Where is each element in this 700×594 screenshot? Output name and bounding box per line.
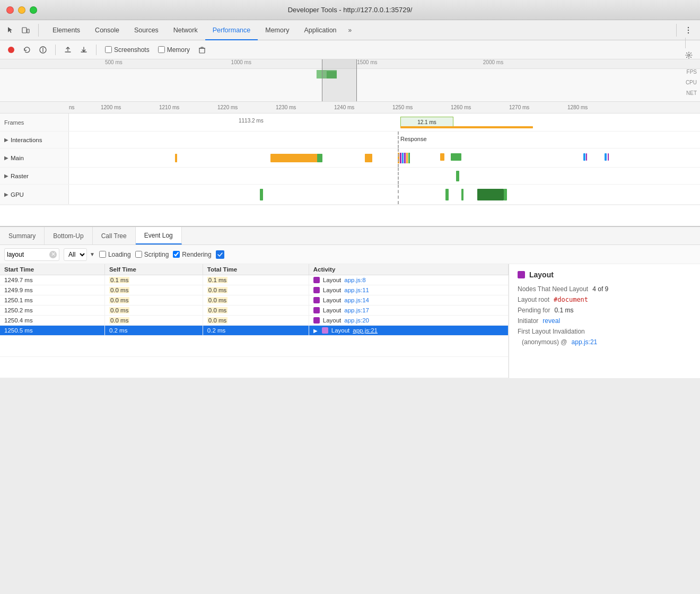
tab-sources[interactable]: Sources (127, 20, 166, 40)
gpu-label[interactable]: ▶ GPU (0, 185, 69, 204)
minimize-button[interactable] (18, 6, 25, 14)
tab-performance[interactable]: Performance (205, 20, 258, 40)
frame-time-label: 1113.2 ms (239, 118, 264, 124)
svg-point-4 (688, 32, 689, 33)
task-bar (365, 154, 372, 162)
loading-checkbox[interactable] (99, 251, 106, 258)
download-button[interactable] (77, 43, 91, 57)
interactions-label[interactable]: ▶ Interactions (0, 132, 69, 148)
tab-bar-right (672, 23, 696, 38)
ruler-mark-1500: 1500 ms (357, 59, 377, 65)
filter-select[interactable]: All (64, 248, 87, 261)
raster-bar (456, 171, 459, 181)
reload-button[interactable] (20, 43, 34, 57)
tab-network[interactable]: Network (166, 20, 205, 40)
table-row[interactable]: 1250.2 ms 0.0 ms 0.0 ms Layout app.js:17 (0, 305, 509, 316)
search-box[interactable]: ✕ (4, 248, 59, 261)
rendering-checkbox-icon (216, 250, 224, 259)
main-label[interactable]: ▶ Main (0, 148, 69, 167)
screenshots-checkbox[interactable] (105, 46, 112, 53)
gpu-content (69, 185, 700, 204)
task-bar (175, 154, 177, 162)
source-link[interactable]: app.js:11 (344, 287, 369, 293)
table-empty-row (0, 357, 509, 378)
rendering-filter-label[interactable]: Rendering (173, 251, 211, 258)
raster-content (69, 168, 700, 184)
record-button[interactable] (4, 43, 18, 57)
tab-application[interactable]: Application (296, 20, 344, 40)
anon-link[interactable]: app.js:21 (572, 338, 598, 346)
task-bar (608, 153, 609, 161)
upload-button[interactable] (61, 43, 75, 57)
time-mark-1250: 1250 ms (392, 104, 413, 110)
clear-button[interactable] (195, 43, 209, 57)
tab-memory[interactable]: Memory (258, 20, 296, 40)
tab-elements[interactable]: Elements (45, 20, 88, 40)
col-self-time[interactable]: Self Time (104, 264, 203, 275)
tab-event-log[interactable]: Event Log (136, 227, 182, 244)
source-link[interactable]: app.js:17 (344, 307, 369, 313)
search-clear-button[interactable]: ✕ (49, 251, 57, 258)
raster-label[interactable]: ▶ Raster (0, 168, 69, 184)
col-activity[interactable]: Activity (309, 264, 508, 275)
activity-swatch (313, 287, 320, 293)
maximize-button[interactable] (30, 6, 37, 14)
expand-arrow-icon: ▶ (4, 191, 8, 197)
tab-console[interactable]: Console (88, 20, 127, 40)
table-row[interactable]: 1250.4 ms 0.0 ms 0.0 ms Layout app.js:20 (0, 316, 509, 326)
time-mark-1260: 1260 ms (451, 104, 471, 110)
initiator-link[interactable]: reveal (542, 317, 560, 325)
more-tabs-button[interactable]: » (344, 20, 356, 40)
table-row-selected[interactable]: 1250.5 ms 0.2 ms 0.2 ms ▶ Layout app.js:… (0, 326, 509, 336)
stop-button[interactable] (36, 43, 50, 57)
source-link[interactable]: app.js:8 (344, 277, 365, 283)
activity-cell: Layout app.js:17 (309, 305, 508, 316)
source-link[interactable]: app.js:14 (344, 297, 369, 303)
time-mark-1240: 1240 ms (334, 104, 354, 110)
divider (685, 38, 686, 48)
scripting-checkbox[interactable] (135, 251, 142, 258)
self-time-cell: 0.1 ms (104, 275, 203, 285)
table-row[interactable]: 1250.1 ms 0.0 ms 0.0 ms Layout app.js:14 (0, 295, 509, 305)
expand-arrow-icon: ▶ (4, 173, 8, 179)
divider (96, 45, 97, 55)
task-bar (317, 154, 322, 162)
tab-bottom-up[interactable]: Bottom-Up (45, 227, 92, 244)
source-link[interactable]: app.js:20 (344, 317, 369, 324)
start-time-cell: 1250.1 ms (0, 295, 104, 305)
col-start-time[interactable]: Start Time (0, 264, 104, 275)
filter-bar: ✕ All ▼ Loading Scripting Rendering (0, 245, 700, 264)
rendering-checkbox[interactable] (173, 251, 180, 258)
tab-call-tree[interactable]: Call Tree (93, 227, 136, 244)
timeline-row-raster: ▶ Raster (0, 168, 700, 185)
activity-cell: Layout app.js:8 (309, 275, 508, 285)
cursor-icon[interactable] (4, 24, 17, 37)
time-mark-0: ns (69, 104, 75, 110)
close-button[interactable] (6, 6, 14, 14)
screenshots-checkbox-label[interactable]: Screenshots (105, 46, 150, 54)
toolbar-right (682, 38, 696, 62)
data-table-wrap: Start Time Self Time Total Time Activity… (0, 264, 700, 378)
total-time-cell: 0.2 ms (203, 326, 309, 336)
frame-highlight: 12.1 ms (400, 117, 453, 127)
source-link[interactable]: app.js:21 (353, 327, 378, 334)
total-time-cell: 0.0 ms (203, 295, 309, 305)
col-total-time[interactable]: Total Time (203, 264, 309, 275)
gpu-bar (445, 189, 449, 200)
search-input[interactable] (7, 251, 49, 258)
table-row[interactable]: 1249.7 ms 0.1 ms 0.1 ms Layout app.js:8 (0, 275, 509, 285)
more-options-button[interactable] (681, 23, 696, 38)
event-log-table: Start Time Self Time Total Time Activity… (0, 264, 509, 378)
scripting-filter-label[interactable]: Scripting (135, 251, 169, 258)
tab-summary[interactable]: Summary (0, 227, 45, 244)
ruler-mark-500: 500 ms (105, 59, 122, 65)
detail-first-layout-row: First Layout Invalidation (518, 328, 692, 335)
loading-filter-label[interactable]: Loading (99, 251, 131, 258)
memory-checkbox-label[interactable]: Memory (158, 46, 190, 54)
device-icon[interactable] (19, 24, 32, 37)
memory-checkbox[interactable] (158, 46, 165, 53)
detail-anon-row: (anonymous) @ app.js:21 (518, 338, 692, 346)
start-time-cell: 1250.4 ms (0, 316, 104, 326)
timeline-detail: ns 1200 ms 1210 ms 1220 ms 1230 ms 1240 … (0, 102, 700, 226)
table-row[interactable]: 1249.9 ms 0.0 ms 0.0 ms Layout app.js:11 (0, 285, 509, 295)
